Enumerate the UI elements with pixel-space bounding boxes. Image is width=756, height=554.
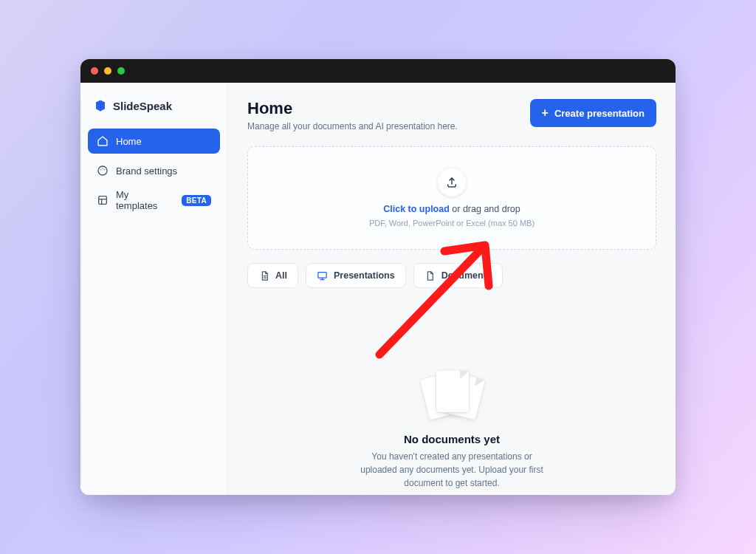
sidebar-nav: Home Brand settings My templates BETA — [88, 129, 220, 213]
tab-presentations[interactable]: Presentations — [306, 263, 406, 288]
filter-tabs: All Presentations Documents — [247, 263, 656, 288]
document-icon — [258, 270, 270, 281]
main-content: Home Manage all your documents and AI pr… — [228, 83, 676, 495]
tab-documents[interactable]: Documents — [413, 263, 503, 288]
svg-point-3 — [104, 169, 105, 170]
empty-state-body: You haven't created any presentations or… — [356, 450, 548, 490]
sidebar-item-label: Home — [116, 136, 142, 147]
home-icon — [97, 135, 109, 147]
brand-logo-icon — [94, 99, 107, 112]
create-presentation-label: Create presentation — [554, 108, 645, 119]
upload-cta: Click to upload — [383, 204, 450, 214]
tab-all[interactable]: All — [247, 263, 298, 288]
upload-rest: or drag and drop — [450, 204, 520, 214]
empty-state: No documents yet You haven't created any… — [247, 288, 656, 495]
svg-point-2 — [102, 168, 103, 168]
empty-state-title: No documents yet — [404, 433, 500, 445]
tab-label: All — [275, 270, 287, 281]
sidebar-item-my-templates[interactable]: My templates BETA — [88, 188, 220, 213]
svg-point-1 — [100, 169, 101, 170]
page-header: Home Manage all your documents and AI pr… — [247, 99, 656, 131]
app-body: SlideSpeak Home Brand settings — [80, 83, 676, 495]
upload-hint: PDF, Word, PowerPoint or Excel (max 50 M… — [369, 219, 535, 228]
page-title: Home — [247, 99, 458, 118]
palette-icon — [97, 165, 109, 177]
sidebar-item-label: My templates — [116, 189, 167, 211]
brand[interactable]: SlideSpeak — [88, 96, 220, 126]
document-icon — [425, 270, 436, 281]
app-window: SlideSpeak Home Brand settings — [80, 59, 676, 495]
svg-point-0 — [98, 166, 107, 175]
page-heading-block: Home Manage all your documents and AI pr… — [247, 99, 458, 131]
traffic-light-minimize-icon[interactable] — [104, 67, 111, 75]
create-presentation-button[interactable]: + Create presentation — [530, 99, 656, 127]
upload-text: Click to upload or drag and drop — [383, 204, 520, 214]
plus-icon: + — [542, 107, 549, 119]
templates-icon — [97, 194, 109, 206]
titlebar — [80, 59, 676, 83]
presentation-icon — [317, 270, 329, 281]
brand-name: SlideSpeak — [113, 100, 172, 112]
svg-rect-9 — [318, 272, 326, 278]
traffic-light-close-icon[interactable] — [91, 67, 98, 75]
sidebar-item-brand-settings[interactable]: Brand settings — [88, 158, 220, 183]
tab-label: Presentations — [334, 270, 395, 281]
tab-label: Documents — [441, 270, 492, 281]
upload-dropzone[interactable]: Click to upload or drag and drop PDF, Wo… — [247, 146, 656, 250]
sidebar-item-home[interactable]: Home — [88, 129, 220, 154]
empty-illustration-icon — [420, 369, 484, 420]
svg-rect-4 — [99, 196, 107, 205]
sidebar: SlideSpeak Home Brand settings — [80, 83, 228, 495]
beta-badge: BETA — [182, 195, 211, 206]
traffic-light-zoom-icon[interactable] — [117, 67, 125, 75]
sidebar-item-label: Brand settings — [116, 165, 177, 177]
page-subtitle: Manage all your documents and AI present… — [247, 121, 458, 131]
upload-icon — [438, 168, 466, 196]
